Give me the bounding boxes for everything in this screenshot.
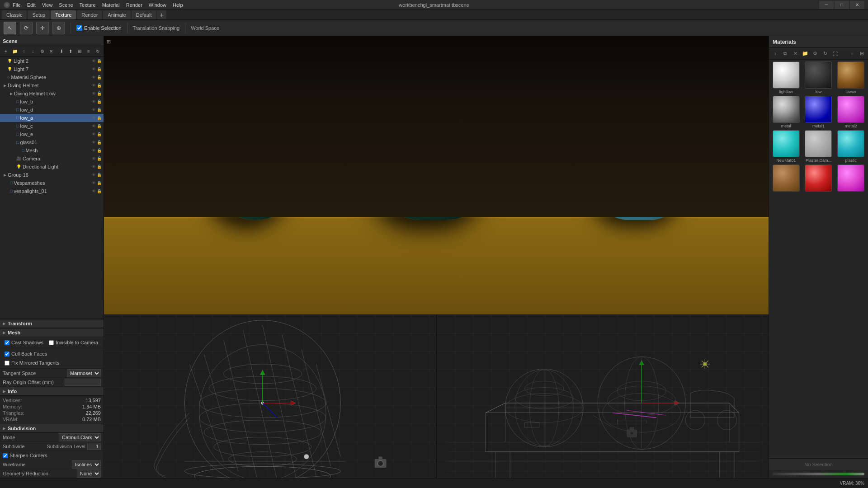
- mat-expand-button[interactable]: ⛶: [830, 49, 840, 58]
- bottom-viewports: ⚙ + ⛶ ✕ Left Untextured: [104, 315, 769, 478]
- subdivision-level-input[interactable]: [87, 443, 101, 450]
- scene-delete-button[interactable]: ✕: [47, 47, 55, 56]
- mat-thumb-red: [805, 164, 832, 192]
- tree-item-group16[interactable]: ▶ Group 16 👁🔒: [0, 171, 104, 179]
- subdivision-section-header[interactable]: Subdivision: [0, 424, 104, 433]
- tree-item-mesh[interactable]: □ Mesh 👁🔒: [0, 146, 104, 155]
- mat-item-newmat01[interactable]: NewMat01: [771, 130, 802, 163]
- tree-item-diving-helmet-low[interactable]: ▶ Diving Helmet Low 👁🔒: [0, 89, 104, 98]
- tree-item-low-b[interactable]: □ low_b 👁🔒: [0, 98, 104, 106]
- workbench-table: [104, 217, 769, 314]
- mat-item-plastic[interactable]: plastic: [835, 130, 866, 163]
- menu-scene[interactable]: Scene: [59, 2, 73, 8]
- mat-name-metal: metal: [781, 124, 791, 128]
- menu-render[interactable]: Render: [126, 2, 142, 8]
- mat-item-lowuv[interactable]: lowuv: [835, 61, 866, 94]
- mat-item-lightlow[interactable]: lightlow: [771, 61, 802, 94]
- cull-back-faces-check[interactable]: Cull Back Faces: [2, 349, 50, 358]
- tab-default[interactable]: Default: [132, 10, 156, 19]
- wireframe-select[interactable]: Isolines: [72, 460, 101, 469]
- mode-select[interactable]: Catmull-Clark: [59, 433, 101, 441]
- tree-item-material-sphere[interactable]: ○ Material Sphere 👁🔒: [0, 73, 104, 81]
- tab-texture[interactable]: Texture: [51, 10, 76, 19]
- tab-add-button[interactable]: +: [157, 10, 166, 19]
- geometry-reduction-select[interactable]: None: [77, 469, 101, 478]
- scene-export-button[interactable]: ⬆: [66, 47, 75, 56]
- mat-item-red[interactable]: [803, 164, 834, 192]
- mat-item-plaster[interactable]: Plaster Dam...: [803, 130, 834, 163]
- mat-item-purple[interactable]: [835, 164, 866, 192]
- invisible-to-camera-check[interactable]: Invisible to Camera: [46, 338, 101, 347]
- tab-render[interactable]: Render: [77, 10, 102, 19]
- scene-grid-button[interactable]: ⊞: [75, 47, 84, 56]
- perspective-viewport[interactable]: ⚙ + ⛶ ✕ Perspective Untextured: [437, 315, 769, 478]
- fix-mirrored-tangents-check[interactable]: Fix Mirrored Tangents: [2, 358, 62, 367]
- scene-settings-button[interactable]: ⚙: [38, 47, 46, 56]
- materials-toolbar: + ⧉ ✕ 📁 ⚙ ↻ ⛶ ≡ ⊞: [769, 48, 868, 60]
- mat-sort-button[interactable]: ≡: [848, 49, 857, 58]
- info-section-header[interactable]: Info: [0, 387, 104, 396]
- tree-item-directional-light[interactable]: 💡 Directional Light 👁🔒: [0, 163, 104, 171]
- menu-material[interactable]: Material: [102, 2, 120, 8]
- menu-view[interactable]: View: [42, 2, 53, 8]
- translate-tool[interactable]: ✛: [36, 22, 49, 34]
- mat-item-metal[interactable]: metal: [771, 96, 802, 128]
- scene-import-button[interactable]: ⬇: [57, 47, 66, 56]
- tab-animate[interactable]: Animate: [103, 10, 130, 19]
- main-viewport[interactable]: ⚙ + ⛶ ✕ 🎥 Smart Shot Full Quality: [104, 36, 769, 315]
- scene-up-button[interactable]: ↑: [20, 47, 28, 56]
- mat-import-button[interactable]: 📁: [801, 49, 810, 58]
- orbit-tool[interactable]: ⊕: [52, 22, 65, 34]
- tree-item-vespalights[interactable]: □ vespalights_01 👁🔒: [0, 187, 104, 195]
- mat-item-low[interactable]: low: [803, 61, 834, 94]
- scene-folder-button[interactable]: 📁: [11, 47, 19, 56]
- scene-down-button[interactable]: ↓: [29, 47, 37, 56]
- svg-line-4: [224, 340, 258, 478]
- mat-duplicate-button[interactable]: ⧉: [781, 49, 790, 58]
- tree-item-low-a[interactable]: □ low_a 👁🔒: [0, 114, 104, 122]
- tree-item-camera[interactable]: 🎥 Camera 👁🔒: [0, 155, 104, 163]
- ray-origin-offset-label: Ray Origin Offset (mm): [3, 380, 65, 385]
- mat-item-metal1[interactable]: metal1: [803, 96, 834, 128]
- enable-selection-checkbox[interactable]: Enable Selection: [76, 25, 122, 31]
- select-tool[interactable]: ↖: [4, 22, 16, 34]
- tree-item-vespameshes[interactable]: □ Vespameshes 👁🔒: [0, 179, 104, 187]
- mat-delete-button[interactable]: ✕: [791, 49, 800, 58]
- cast-shadows-check[interactable]: Cast Shadows: [2, 338, 46, 347]
- tree-item-low-c[interactable]: □ low_c 👁🔒: [0, 122, 104, 130]
- mat-item-brown2[interactable]: [771, 164, 802, 192]
- scene-list-button[interactable]: ≡: [85, 47, 93, 56]
- close-button[interactable]: ✕: [850, 1, 864, 9]
- tangent-space-select[interactable]: Marmoset: [67, 369, 101, 377]
- menu-texture[interactable]: Texture: [80, 2, 96, 8]
- sharpen-corners-check[interactable]: Sharpen Corners: [0, 451, 104, 460]
- menu-window[interactable]: Window: [149, 2, 166, 8]
- menu-edit[interactable]: Edit: [27, 2, 36, 8]
- mesh-section-header[interactable]: Mesh: [0, 328, 104, 337]
- tree-item-light7[interactable]: 💡 Light 7 👁🔒: [0, 65, 104, 73]
- menu-help[interactable]: Help: [173, 2, 183, 8]
- tab-setup[interactable]: Setup: [28, 10, 50, 19]
- maximize-button[interactable]: □: [835, 1, 849, 9]
- tree-item-glass01[interactable]: □ glass01 👁🔒: [0, 138, 104, 146]
- scene-refresh-button[interactable]: ↻: [94, 47, 102, 56]
- mat-view-button[interactable]: ⊞: [857, 49, 866, 58]
- scene-add-button[interactable]: +: [2, 47, 10, 56]
- ray-origin-offset-input[interactable]: 0.0: [65, 379, 101, 386]
- transform-section-header[interactable]: Transform: [0, 319, 104, 328]
- rotate-tool[interactable]: ⟳: [20, 22, 33, 34]
- tree-item-low-e[interactable]: □ low_e 👁🔒: [0, 130, 104, 138]
- minimize-button[interactable]: ─: [819, 1, 834, 9]
- mat-add-button[interactable]: +: [771, 49, 780, 58]
- mat-refresh-button[interactable]: ↻: [821, 49, 830, 58]
- tree-item-low-d[interactable]: □ low_d 👁🔒: [0, 106, 104, 114]
- tree-item-light2[interactable]: 💡 Light 2 👁🔒: [0, 57, 104, 65]
- enable-selection-check[interactable]: [76, 25, 82, 31]
- mat-item-metal2[interactable]: metal2: [835, 96, 866, 128]
- tree-item-diving-helmet[interactable]: ▶ Diving Helmet 👁🔒: [0, 81, 104, 89]
- menu-file[interactable]: File: [13, 2, 21, 8]
- mat-settings-button[interactable]: ⚙: [811, 49, 820, 58]
- tab-classic[interactable]: Classic: [2, 10, 27, 19]
- left-viewport[interactable]: ⚙ + ⛶ ✕ Left Untextured: [104, 315, 437, 478]
- material-color-bar[interactable]: [773, 473, 864, 475]
